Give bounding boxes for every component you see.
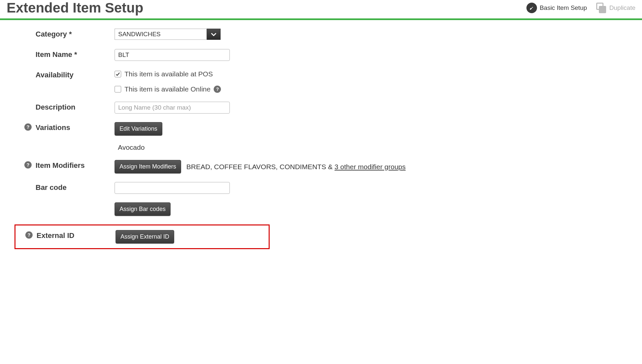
dropdown-arrow-icon[interactable] [207, 29, 221, 40]
copy-icon [596, 3, 607, 13]
description-label: Description [36, 102, 115, 112]
modifiers-summary-prefix: BREAD, COFFEE FLAVORS, CONDIMENTS & [186, 163, 334, 170]
assign-barcodes-button[interactable]: Assign Bar codes [115, 202, 171, 216]
basic-item-setup-label: Basic Item Setup [540, 4, 587, 12]
availability-online-text: This item is available Online [124, 85, 210, 93]
availability-online-checkbox[interactable] [115, 86, 121, 92]
help-icon[interactable]: ? [214, 86, 221, 93]
external-id-highlight: ? External ID Assign External ID [14, 224, 270, 249]
category-value: SANDWICHES [115, 29, 207, 40]
variation-item: Avocado [115, 143, 642, 151]
item-name-label: Item Name * [36, 49, 115, 59]
barcode-label: Bar code [36, 182, 115, 192]
help-icon[interactable]: ? [24, 123, 32, 131]
basic-item-setup-link[interactable]: Basic Item Setup [526, 3, 587, 13]
assign-external-id-button[interactable]: Assign External ID [116, 230, 174, 244]
help-icon[interactable]: ? [24, 161, 32, 169]
duplicate-link[interactable]: Duplicate [596, 3, 635, 13]
modifiers-summary-link[interactable]: 3 other modifier groups [334, 163, 406, 170]
barcode-input[interactable] [115, 182, 230, 194]
page-title: Extended Item Setup [7, 0, 143, 16]
help-icon[interactable]: ? [25, 231, 33, 239]
availability-label: Availability [36, 69, 115, 79]
item-modifiers-label: Item Modifiers [36, 160, 115, 170]
assign-item-modifiers-button[interactable]: Assign Item Modifiers [115, 160, 181, 173]
availability-pos-text: This item is available at POS [124, 70, 213, 78]
variations-label: Variations [36, 122, 115, 132]
wrench-icon [526, 3, 537, 13]
external-id-label: External ID [37, 230, 116, 240]
category-label: Category * [36, 29, 115, 39]
category-select[interactable]: SANDWICHES [115, 29, 642, 40]
availability-pos-checkbox[interactable] [115, 71, 121, 77]
edit-variations-button[interactable]: Edit Variations [115, 122, 162, 136]
description-input[interactable] [115, 102, 230, 114]
item-name-input[interactable] [115, 49, 230, 61]
duplicate-label: Duplicate [609, 4, 635, 12]
